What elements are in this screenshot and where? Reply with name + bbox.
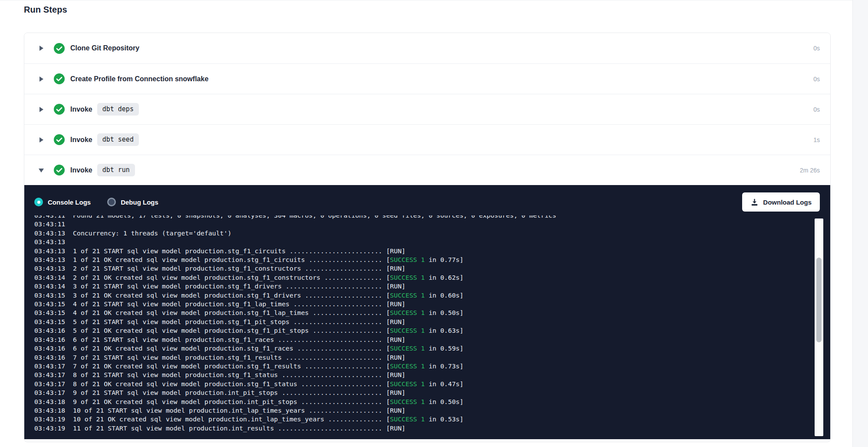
log-timestamp: 03:43:15	[34, 300, 65, 308]
log-success-status: SUCCESS 1	[390, 380, 425, 387]
step-duration: 1s	[813, 136, 820, 143]
chevron-right-icon[interactable]	[38, 137, 44, 143]
step-row-invoke-dbt-seed[interactable]: Invokedbt seed1s	[24, 124, 830, 155]
log-line: 03:43:11	[34, 220, 804, 228]
log-success-status: SUCCESS 1	[390, 415, 425, 423]
step-row-create-profile-from-connection-snowflake[interactable]: Create Profile from Connection snowflake…	[24, 63, 830, 94]
step-duration: 0s	[813, 76, 820, 83]
log-text: 4 of 21 START sql view model production.…	[73, 300, 405, 308]
log-text: 8 of 21 OK created sql view model produc…	[73, 380, 390, 387]
radio-debug-logs[interactable]: Debug Logs	[107, 198, 158, 206]
log-timestamp: 03:43:16	[34, 327, 65, 334]
log-text: 10 of 21 OK created sql view model produ…	[73, 415, 390, 423]
log-timestamp: 03:43:16	[34, 336, 65, 343]
download-logs-button[interactable]: Download Logs	[742, 192, 820, 212]
log-duration-tail: in 0.53s]	[425, 415, 464, 423]
step-label: Clone Git Repository	[70, 44, 139, 52]
log-line: 03:43:166 of 21 OK created sql view mode…	[34, 344, 804, 353]
log-text: 9 of 21 OK created sql view model produc…	[73, 398, 390, 405]
success-check-icon	[54, 43, 65, 54]
command-badge: dbt run	[97, 164, 135, 176]
step-row-invoke-dbt-run[interactable]: Invokedbt run2m 26s	[24, 155, 830, 185]
log-duration-tail: in 0.60s]	[425, 291, 464, 299]
log-line: 03:43:165 of 21 OK created sql view mode…	[34, 326, 804, 335]
log-text: 7 of 21 OK created sql view model produc…	[73, 362, 390, 370]
log-timestamp: 03:43:15	[34, 318, 65, 325]
download-icon	[750, 198, 759, 206]
log-timestamp: 03:43:11	[34, 220, 65, 228]
radio-selected-icon[interactable]	[34, 198, 43, 206]
chevron-right-icon[interactable]	[38, 45, 44, 51]
log-success-status: SUCCESS 1	[390, 256, 425, 263]
log-text: Found 21 models, 17 tests, 0 snapshots, …	[73, 215, 556, 219]
success-check-icon	[54, 134, 65, 145]
log-line: 03:43:154 of 21 OK created sql view mode…	[34, 308, 804, 317]
log-text: 6 of 21 START sql view model production.…	[73, 336, 405, 343]
log-success-status: SUCCESS 1	[390, 362, 425, 370]
log-timestamp: 03:43:14	[34, 274, 65, 281]
log-text: 11 of 21 START sql view model production…	[73, 424, 405, 432]
success-check-icon	[54, 104, 65, 115]
log-timestamp: 03:43:15	[34, 291, 65, 299]
log-timestamp: 03:43:14	[34, 282, 65, 290]
log-line: 03:43:1810 of 21 START sql view model pr…	[34, 406, 804, 415]
log-duration-tail: in 0.50s]	[425, 309, 464, 316]
log-timestamp: 03:43:18	[34, 398, 65, 405]
log-text: 2 of 21 START sql view model production.…	[73, 265, 405, 272]
log-timestamp: 03:43:17	[34, 389, 65, 396]
step-duration: 0s	[813, 106, 820, 113]
log-text: 10 of 21 START sql view model production…	[73, 407, 405, 414]
log-line: 03:43:153 of 21 OK created sql view mode…	[34, 291, 804, 300]
command-badge: dbt deps	[97, 103, 139, 116]
log-duration-tail: in 0.47s]	[425, 380, 464, 387]
chevron-down-icon[interactable]	[38, 168, 44, 173]
chevron-right-icon[interactable]	[38, 106, 44, 113]
log-line: 03:43:1911 of 21 START sql view model pr…	[34, 424, 804, 433]
log-timestamp: 03:43:16	[34, 354, 65, 361]
log-text: 9 of 21 START sql view model production.…	[73, 389, 405, 396]
chevron-right-icon[interactable]	[38, 76, 44, 82]
log-timestamp: 03:43:16	[34, 344, 65, 352]
step-duration: 0s	[813, 45, 820, 52]
log-text: 3 of 21 OK created sql view model produc…	[73, 291, 390, 299]
log-line: 03:43:155 of 21 START sql view model pro…	[34, 318, 804, 326]
log-duration-tail: in 0.63s]	[425, 327, 464, 334]
log-success-status: SUCCESS 1	[390, 327, 425, 334]
step-duration: 2m 26s	[800, 167, 820, 174]
log-mode-radio-group: Console LogsDebug Logs	[34, 198, 158, 206]
console-log-output[interactable]: 03:43:11Found 21 models, 17 tests, 0 sna…	[34, 215, 804, 437]
radio-unselected-icon[interactable]	[107, 198, 116, 206]
log-timestamp: 03:43:17	[34, 371, 65, 378]
log-timestamp: 03:43:19	[34, 415, 65, 423]
step-label: Invoke	[70, 166, 92, 174]
success-check-icon	[54, 73, 65, 84]
log-timestamp: 03:43:19	[34, 424, 65, 432]
log-scrollbar-track[interactable]	[815, 219, 823, 436]
log-line: 03:43:13	[34, 238, 804, 246]
log-timestamp: 03:43:13	[34, 247, 65, 255]
success-check-icon	[54, 165, 65, 175]
log-timestamp: 03:43:17	[34, 380, 65, 387]
log-text: 3 of 21 START sql view model production.…	[73, 282, 405, 290]
step-label: Invoke	[70, 136, 92, 144]
log-text: 1 of 21 START sql view model production.…	[73, 247, 405, 255]
log-timestamp: 03:43:13	[34, 238, 65, 245]
log-line: 03:43:131 of 21 OK created sql view mode…	[34, 255, 804, 264]
log-line: 03:43:154 of 21 START sql view model pro…	[34, 300, 804, 308]
log-text: 7 of 21 START sql view model production.…	[73, 354, 405, 361]
radio-console-logs[interactable]: Console Logs	[34, 198, 91, 206]
log-text: 6 of 21 OK created sql view model produc…	[73, 344, 390, 352]
step-row-clone-git-repository[interactable]: Clone Git Repository0s	[24, 33, 830, 63]
step-label: Create Profile from Connection snowflake	[70, 75, 208, 83]
log-success-status: SUCCESS 1	[390, 344, 425, 352]
log-timestamp: 03:43:15	[34, 309, 65, 316]
log-line: 03:43:142 of 21 OK created sql view mode…	[34, 273, 804, 282]
log-text: Concurrency: 1 threads (target='default'…	[73, 229, 231, 237]
log-line: 03:43:1910 of 21 OK created sql view mod…	[34, 415, 804, 424]
log-line: 03:43:178 of 21 START sql view model pro…	[34, 371, 804, 379]
console-header: Console LogsDebug Logs Download Logs	[24, 185, 830, 215]
log-scrollbar-thumb[interactable]	[816, 258, 822, 342]
log-timestamp: 03:43:11	[34, 215, 65, 219]
log-success-status: SUCCESS 1	[390, 309, 425, 316]
step-row-invoke-dbt-deps[interactable]: Invokedbt deps0s	[24, 94, 830, 124]
